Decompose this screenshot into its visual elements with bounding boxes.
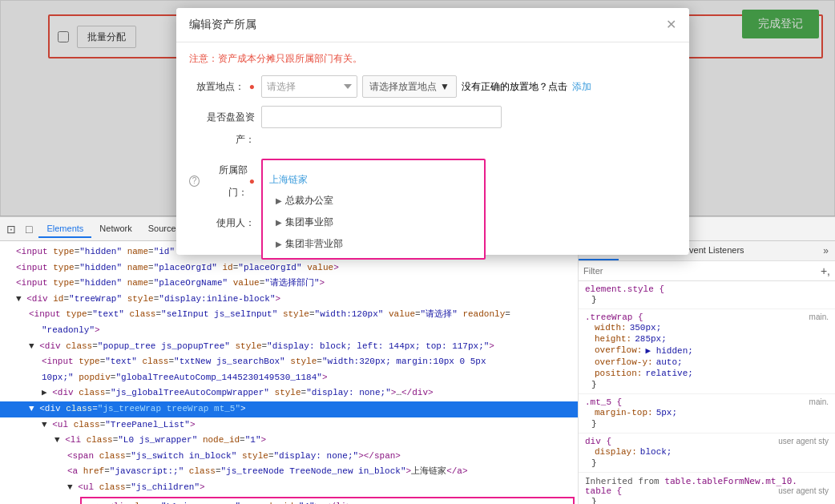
html-panel: <input type="hidden" name="id" id="asset…	[0, 241, 579, 504]
inspect-icon[interactable]: ⊡	[3, 220, 19, 239]
tab-network[interactable]: Network	[91, 220, 139, 238]
add-location-link[interactable]: 添加	[572, 80, 591, 94]
styles-prop: display block	[585, 446, 829, 458]
styles-rule-div: div { user agent sty display block }	[579, 433, 835, 473]
html-line: <input type="text" class="txtNew js_sear…	[0, 354, 578, 370]
tree-arrow-icon-0: ▶	[276, 196, 282, 205]
location-controls: 请选择 请选择放置地点 ▼ 没有正确的放置地？点击 添加	[261, 75, 676, 98]
location-row: 放置地点： ● 请选择 请选择放置地点 ▼ 没有正确的放置地？点击 添加	[189, 75, 676, 98]
styles-rule-element: element.style { }	[579, 281, 835, 309]
styles-brace-close: }	[585, 418, 829, 429]
tab-elements[interactable]: Elements	[38, 220, 91, 238]
styles-filter-bar: +,	[579, 261, 835, 281]
tree-company-item[interactable]: 上海链家	[263, 170, 484, 190]
styles-add-button[interactable]: +,	[821, 264, 830, 277]
device-icon[interactable]: □	[22, 220, 35, 239]
styles-selector: table {	[585, 486, 622, 496]
styles-prop: margin-top 5px	[585, 407, 829, 418]
html-line: ▼ <div id="treeWrap" style="display:inli…	[0, 292, 578, 308]
styles-panel: Styles Computed Event Listeners » +, ele…	[579, 241, 835, 504]
modal-notice: 注意：资产成本分摊只跟所属部门有关。	[189, 52, 676, 66]
html-line: ▶ <li class="L1 js_wrapper" node_id="4">…	[82, 499, 573, 505]
styles-more-button[interactable]: »	[817, 241, 835, 260]
styles-source: user agent sty	[778, 437, 829, 446]
pandying-input-area	[261, 106, 502, 128]
styles-selector: div {	[585, 437, 611, 446]
html-line: <input type="text" class="selInput js_se…	[0, 307, 578, 323]
close-button[interactable]: ✕	[666, 18, 676, 31]
help-icon[interactable]: ?	[189, 175, 200, 187]
html-line: <input type="hidden" name="placeOrgId" i…	[0, 260, 578, 276]
styles-source: user agent sty	[778, 486, 829, 496]
styles-source: main.	[809, 397, 829, 407]
pandying-label: 是否盘盈资产：	[189, 106, 261, 151]
styles-brace-close: }	[585, 294, 829, 305]
modal-dialog: 编辑资产所属 ✕ 注意：资产成本分摊只跟所属部门有关。 放置地点： ● 请选择 …	[176, 8, 689, 255]
styles-filter-input[interactable]	[583, 266, 817, 276]
required-marker: ●	[249, 81, 255, 92]
inherited-label: Inherited from table.tableFormNew.mt_10.	[585, 476, 829, 486]
html-line: ▼ <ul class="TreePanel_List">	[0, 417, 578, 433]
styles-selector: element.style {	[585, 284, 829, 294]
dept-required-marker: ●	[249, 170, 255, 192]
tree-search-area	[263, 163, 484, 170]
tree-item-0[interactable]: ▶ 总裁办公室	[263, 190, 484, 212]
location-btn-label: 请选择放置地点	[369, 80, 437, 94]
html-line: <span class="js_switch in_block" style="…	[0, 449, 578, 465]
tree-item-2[interactable]: ▶ 集团非营业部	[263, 233, 484, 255]
styles-selector: .mt_5 {	[585, 397, 622, 407]
dept-label: ? 所属部门： ●	[189, 159, 261, 204]
modal-header: 编辑资产所属 ✕	[176, 8, 689, 42]
styles-rule-inherited: Inherited from table.tableFormNew.mt_10.…	[579, 473, 835, 504]
devtools-content: <input type="hidden" name="id" id="asset…	[0, 241, 835, 504]
styles-brace-close: }	[585, 496, 829, 504]
location-label: 放置地点： ●	[189, 75, 261, 98]
pandying-input[interactable]	[261, 106, 502, 128]
styles-prop: width 350px	[585, 322, 829, 333]
modal-title: 编辑资产所属	[189, 18, 256, 32]
tree-item-label-0: 总裁办公室	[285, 194, 333, 208]
dept-row: ? 所属部门： ● 上海链家 ▶ 总裁办公室 ▶ 集团事业部	[189, 159, 676, 204]
html-line: "readonly">	[0, 323, 578, 339]
pandying-row: 是否盘盈资产：	[189, 106, 676, 151]
tree-arrow-icon-1: ▶	[276, 218, 282, 227]
html-line-selected[interactable]: ▼ <div class="js_treeWrap treeWrap mt_5"…	[0, 401, 578, 417]
styles-prop: position relative	[585, 368, 829, 379]
location-select[interactable]: 请选择	[261, 75, 357, 98]
highlighted-nodes-box: ▶ <li class="L1 js_wrapper" node_id="4">…	[80, 497, 575, 505]
no-location-text: 没有正确的放置地？点击	[462, 80, 567, 94]
html-line: ▼ <li class="L0 js_wrapper" node_id="1">	[0, 433, 578, 449]
html-line: ▶ <div class="js_globalTreeAutoCompWrapp…	[0, 385, 578, 401]
dropdown-arrow-icon: ▼	[440, 81, 450, 92]
html-line: ▼ <ul class="js_children">	[0, 480, 578, 496]
dept-tree-dropdown: 上海链家 ▶ 总裁办公室 ▶ 集团事业部 ▶ 集团非营业部	[261, 159, 486, 260]
styles-prop: overflow-y auto	[585, 357, 829, 368]
tree-arrow-icon-2: ▶	[276, 240, 282, 248]
styles-brace-close: }	[585, 379, 829, 390]
html-line: 10px;" popdiv="globalTreeAutoComp_144523…	[0, 370, 578, 386]
html-line: ▼ <div class="popup_tree js_popupTree" s…	[0, 339, 578, 355]
tree-item-label-2: 集团非营业部	[285, 237, 343, 251]
location-place-button[interactable]: 请选择放置地点 ▼	[362, 75, 457, 98]
styles-rule-treewrap: .treeWrap { main. width 350px height 285…	[579, 309, 835, 394]
html-line: <input type="hidden" name="placeOrgName"…	[0, 276, 578, 292]
html-line: <a href="javascript:;" class="js_treeNod…	[0, 464, 578, 480]
tree-item-1[interactable]: ▶ 集团事业部	[263, 212, 484, 233]
styles-prop: height 285px	[585, 333, 829, 345]
styles-rule-mt5: .mt_5 { main. margin-top 5px }	[579, 394, 835, 433]
user-label: 使用人：	[189, 212, 261, 234]
styles-prop: overflow ▶ hidden	[585, 345, 829, 357]
modal-body: 注意：资产成本分摊只跟所属部门有关。 放置地点： ● 请选择 请选择放置地点 ▼…	[176, 42, 689, 255]
tree-item-label-1: 集团事业部	[285, 216, 333, 229]
styles-brace-close: }	[585, 458, 829, 469]
styles-source: main.	[809, 312, 829, 322]
styles-selector: .treeWrap {	[585, 312, 643, 322]
